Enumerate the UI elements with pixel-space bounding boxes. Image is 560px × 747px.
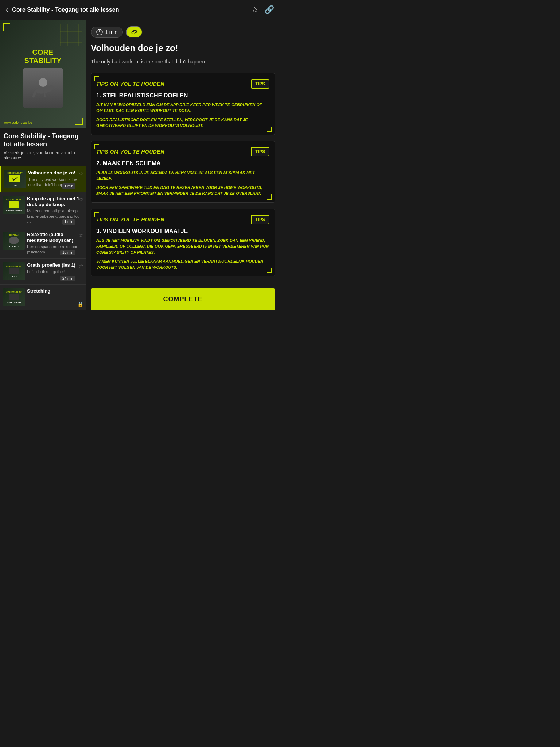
- thumb-label-bottom: LES 1: [11, 275, 17, 278]
- lesson-main-desc: The only bad workout is the one that did…: [91, 58, 275, 66]
- course-title-section: Core Stability - Toegang tot alle lessen…: [0, 128, 86, 163]
- lesson-item[interactable]: CORE STABILITY AANKOOP APP Koop de app h…: [0, 192, 86, 228]
- tips-header: TIPS OM VOL TE HOUDEN TIPS: [96, 215, 269, 224]
- grid-pattern: [60, 24, 82, 46]
- bracket-bottom-right: [75, 118, 83, 125]
- svg-rect-0: [60, 24, 82, 46]
- clock-icon: [96, 29, 103, 35]
- tips-card-3: TIPS OM VOL TE HOUDEN TIPS 3. VIND EEN W…: [91, 209, 275, 277]
- lesson-title: Relaxatie (audio meditatie Bodyscan): [27, 232, 81, 243]
- lesson-thumb: CORE STABILITY AANKOOP APP: [3, 196, 25, 214]
- lesson-content: Stretching: [25, 288, 83, 294]
- lesson-thumb-inner: CORE STABILITY TIPS: [4, 170, 26, 188]
- lesson-favorite-button[interactable]: ☆: [78, 170, 83, 177]
- thumb-label-bottom: TIPS: [12, 184, 17, 186]
- tips-header-title: TIPS OM VOL TE HOUDEN: [96, 81, 164, 87]
- tips-body1: ALS JE HET MOEILIJK VINDT OM GEMOTIVEERD…: [96, 237, 269, 256]
- person-svg: [27, 71, 59, 104]
- lesson-duration: 1 min: [62, 219, 75, 225]
- thumb-label-top: CORE STABILITY: [6, 265, 21, 267]
- tips-card-1: TIPS OM VOL TE HOUDEN TIPS 1. STEL REALI…: [91, 73, 275, 135]
- favorite-button[interactable]: ☆: [251, 5, 258, 15]
- tips-body2: SAMEN KUNNEN JULLIE ELKAAR AANMOEDIGEN E…: [96, 258, 269, 270]
- person-silhouette: [23, 68, 63, 108]
- bracket-tl: [94, 76, 99, 81]
- back-button[interactable]: ‹: [6, 5, 8, 15]
- tips-number-title: 1. STEL REALISTISCHE DOELEN: [96, 92, 269, 99]
- tips-number-title: 3. VIND EEN WORKOUT MAATJE: [96, 228, 269, 235]
- lock-icon: 🔒: [77, 301, 83, 307]
- thumb-label-top: CORE STABILITY: [7, 172, 22, 174]
- tips-header: TIPS OM VOL TE HOUDEN TIPS: [96, 147, 269, 156]
- lesson-title: Stretching: [27, 288, 81, 294]
- tips-header-title: TIPS OM VOL TE HOUDEN: [96, 149, 164, 155]
- thumb-label-bottom: RELAXATIE: [8, 245, 20, 248]
- link-button[interactable]: [126, 26, 143, 38]
- course-image-url: www.body-focus.be: [4, 121, 32, 124]
- tips-badge: TIPS: [251, 147, 269, 156]
- link-icon: [131, 29, 137, 35]
- course-image: CORE STABILITY www.body-focus.be: [0, 20, 86, 128]
- thumb-label-bottom: AANKOOP APP: [6, 209, 22, 212]
- bracket-top-left: [3, 23, 10, 31]
- course-image-inner: CORE STABILITY www.body-focus.be: [0, 20, 86, 128]
- lesson-duration: 10 min: [60, 250, 75, 255]
- course-subtitle: Versterk je core, voorkom en verhelp ble…: [4, 150, 82, 160]
- tips-badge: TIPS: [251, 215, 269, 224]
- tips-body2: DOOR EEN SPECIFIEKE TIJD EN DAG TE RESER…: [96, 185, 269, 197]
- lesson-favorite-button[interactable]: ☆: [78, 262, 83, 269]
- left-column: CORE STABILITY www.body-focus.be: [0, 20, 86, 316]
- tips-badge: TIPS: [251, 79, 269, 89]
- tips-body2: DOOR REALISTISCHE DOELEN TE STELLEN, VER…: [96, 117, 269, 129]
- lesson-duration: 24 min: [60, 276, 75, 281]
- bracket-tl: [94, 212, 99, 217]
- thumb-icon: [9, 175, 20, 182]
- lesson-title: Koop de app hier met 1 druk op de knop.: [27, 196, 81, 207]
- lesson-item[interactable]: BODYSCAN RELAXATIE Relaxatie (audio medi…: [0, 228, 86, 259]
- lesson-item[interactable]: CORE STABILITY STRETCHING Stretching 🔒: [0, 285, 86, 310]
- tips-body1: PLAN JE WORKOUTS IN JE AGENDA EN BEHANDE…: [96, 170, 269, 182]
- bracket-tl: [94, 144, 99, 149]
- main-layout: CORE STABILITY www.body-focus.be: [0, 20, 280, 316]
- lesson-thumb: CORE STABILITY LES 1: [3, 262, 25, 280]
- lesson-thumb-inner: CORE STABILITY AANKOOP APP: [3, 196, 25, 214]
- course-image-title-block: CORE STABILITY: [24, 48, 62, 65]
- lesson-desc: Let's do this together!: [27, 269, 81, 274]
- meta-row: 1 min: [91, 26, 275, 38]
- lesson-list: CORE STABILITY TIPS Volhouden doe je zo!…: [0, 166, 86, 310]
- header-icons: ☆ 🔗: [251, 5, 274, 15]
- lesson-duration: 1 min: [62, 183, 75, 189]
- time-badge: 1 min: [91, 27, 123, 38]
- thumb-label-top: BODYSCAN: [9, 234, 19, 236]
- thumb-label-top: CORE STABILITY: [6, 198, 21, 201]
- header-title: Core Stability - Toegang tot alle lessen: [12, 7, 119, 13]
- course-main-title: Core Stability - Toegang tot alle lessen: [4, 132, 82, 148]
- lesson-title: Volhouden doe je zo!: [28, 170, 81, 176]
- lesson-thumb-inner: BODYSCAN RELAXATIE: [3, 232, 25, 250]
- tips-header-title: TIPS OM VOL TE HOUDEN: [96, 217, 164, 222]
- thumb-label-bottom: STRETCHING: [7, 301, 21, 303]
- tips-header: TIPS OM VOL TE HOUDEN TIPS: [96, 79, 269, 89]
- tips-number-title: 2. MAAK EEN SCHEMA: [96, 160, 269, 167]
- tips-card-2: TIPS OM VOL TE HOUDEN TIPS 2. MAAK EEN S…: [91, 141, 275, 203]
- time-value: 1 min: [105, 29, 117, 35]
- lesson-favorite-button[interactable]: ☆: [78, 196, 83, 203]
- lesson-thumb-inner: CORE STABILITY LES 1: [3, 262, 25, 280]
- lesson-thumb: CORE STABILITY STRETCHING: [3, 288, 25, 306]
- complete-button[interactable]: COMPLETE: [91, 288, 275, 310]
- lesson-favorite-button[interactable]: ☆: [78, 232, 83, 239]
- lesson-item[interactable]: CORE STABILITY TIPS Volhouden doe je zo!…: [0, 166, 86, 192]
- share-button[interactable]: 🔗: [264, 5, 274, 15]
- course-image-title-line2: STABILITY: [24, 57, 62, 65]
- right-column: 1 min Volhouden doe je zo! The only bad …: [86, 20, 280, 316]
- lesson-thumb: BODYSCAN RELAXATIE: [3, 232, 25, 250]
- lesson-title: Gratis proefles (les 1): [27, 262, 81, 268]
- bracket-br: [267, 268, 272, 273]
- header-left: ‹ Core Stability - Toegang tot alle less…: [6, 5, 119, 15]
- svg-point-1: [39, 78, 47, 87]
- lesson-main-title: Volhouden doe je zo!: [91, 43, 275, 54]
- lesson-content: Gratis proefles (les 1) Let's do this to…: [25, 262, 83, 274]
- bracket-br: [267, 194, 272, 200]
- lesson-item[interactable]: CORE STABILITY LES 1 Gratis proefles (le…: [0, 259, 86, 285]
- lesson-thumb: CORE STABILITY TIPS: [4, 170, 26, 188]
